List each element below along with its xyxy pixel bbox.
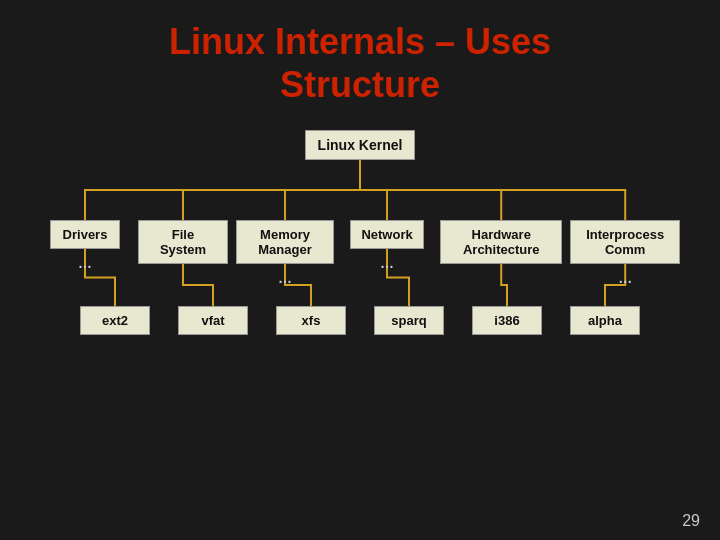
level1-col-memory: Memory Manager …	[236, 220, 334, 286]
node-sparq: sparq	[374, 306, 444, 335]
level1-col-drivers: Drivers …	[40, 220, 130, 286]
node-drivers: Drivers	[50, 220, 120, 249]
dots-memory: …	[278, 270, 292, 286]
title-line1: Linux Internals – Uses	[169, 21, 551, 62]
node-network: Network	[350, 220, 423, 249]
level2-col-vfat: vfat	[168, 306, 258, 335]
node-ext2: ext2	[80, 306, 150, 335]
root-row: Linux Kernel	[40, 130, 680, 160]
level1-col-ipc: Interprocess Comm …	[570, 220, 680, 286]
node-vfat: vfat	[178, 306, 248, 335]
node-xfs: xfs	[276, 306, 346, 335]
node-ipc: Interprocess Comm	[570, 220, 680, 264]
level1-col-hardware: Hardware Architecture …	[440, 220, 562, 286]
slide-title: Linux Internals – Uses Structure	[40, 20, 680, 106]
diagram: Linux Kernel Drivers … File System … Mem…	[40, 130, 680, 335]
level2-col-alpha: alpha	[560, 306, 650, 335]
level1-col-filesystem: File System …	[138, 220, 228, 286]
node-hardware: Hardware Architecture	[440, 220, 562, 264]
level2-col-sparq: sparq	[364, 306, 454, 335]
dots-drivers: …	[78, 255, 92, 271]
node-memory: Memory Manager	[236, 220, 334, 264]
level1-col-network: Network …	[342, 220, 432, 286]
dots-ipc: …	[618, 270, 632, 286]
node-i386: i386	[472, 306, 542, 335]
level2-col-ext2: ext2	[70, 306, 160, 335]
level2-row: ext2 vfat xfs sparq i386 alpha	[40, 306, 680, 335]
level2-col-i386: i386	[462, 306, 552, 335]
title-line2: Structure	[280, 64, 440, 105]
dots-network: …	[380, 255, 394, 271]
level1-row: Drivers … File System … Memory Manager ……	[40, 220, 680, 286]
node-alpha: alpha	[570, 306, 640, 335]
node-filesystem: File System	[138, 220, 228, 264]
slide: Linux Internals – Uses Structure Linux K…	[0, 0, 720, 540]
page-number: 29	[682, 512, 700, 530]
root-node: Linux Kernel	[305, 130, 415, 160]
level2-col-xfs: xfs	[266, 306, 356, 335]
